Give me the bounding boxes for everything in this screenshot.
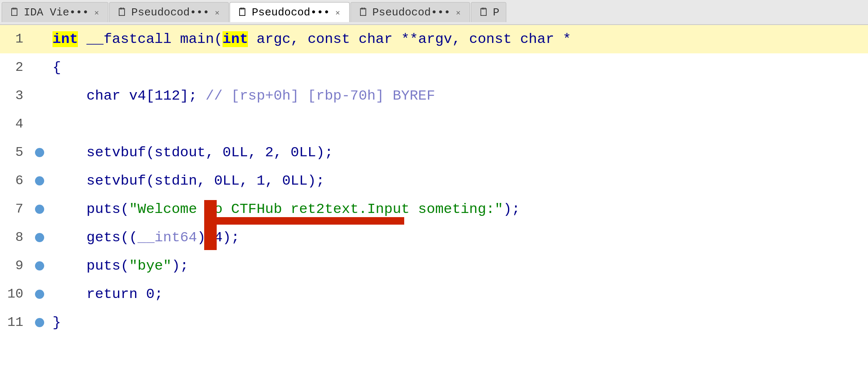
breakpoint-10[interactable] (35, 290, 44, 299)
line-number-9: 9 (0, 252, 33, 280)
code-line-8: 8 gets((__int64)v4); (0, 223, 868, 252)
code-puts-welcome-fn: puts( (53, 201, 129, 217)
line-dot-7 (33, 205, 46, 214)
line-code-11: } (46, 308, 868, 337)
line-code-2: { (46, 53, 868, 82)
line-number-4: 4 (0, 110, 33, 138)
code-line-9: 9 puts("bye"); (0, 252, 868, 280)
code-brace-close: } (53, 315, 61, 330)
code-args: argc, const char **argv, const char * (248, 31, 571, 47)
tab-icon-p: 🗒 (478, 7, 490, 18)
tab-close-pseudo3[interactable]: ✕ (454, 8, 463, 17)
tab-icon-pseudo2: 🗒 (237, 7, 248, 18)
breakpoint-11[interactable] (35, 318, 44, 327)
breakpoint-7[interactable] (35, 205, 44, 214)
keyword-int-2: int (223, 31, 248, 47)
line-dot-10 (33, 290, 46, 299)
line-code-9: puts("bye"); (46, 252, 868, 280)
code-gets-v4: )v4); (197, 230, 240, 245)
code-line-1: 1 int __fastcall main(int argc, const ch… (0, 25, 868, 53)
code-puts-welcome-str: "Welcome to CTFHub ret2text.Input someti… (129, 201, 503, 217)
line-number-10: 10 (0, 280, 33, 308)
tab-close-ida[interactable]: ✕ (92, 8, 101, 17)
keyword-int-1: int (53, 31, 78, 47)
line-number-1: 1 (0, 25, 33, 53)
line-code-6: setvbuf(stdin, 0LL, 1, 0LL); (46, 167, 868, 195)
line-number-8: 8 (0, 223, 33, 252)
line-code-5: setvbuf(stdout, 0LL, 2, 0LL); (46, 138, 868, 167)
line-number-11: 11 (0, 308, 33, 337)
code-brace-open: { (53, 60, 61, 75)
code-puts-bye-semi: ); (172, 258, 189, 274)
line-number-7: 7 (0, 195, 33, 223)
tab-icon-pseudo1: 🗒 (116, 7, 128, 18)
code-setvbuf-stdout: setvbuf(stdout, 0LL, 2, 0LL); (53, 145, 333, 160)
code-main: main( (180, 31, 223, 47)
line-code-7: puts("Welcome to CTFHub ret2text.Input s… (46, 195, 868, 223)
tab-icon-ida: 🗒 (9, 7, 20, 18)
line-code-10: return 0; (46, 280, 868, 308)
code-char: char v4[112]; (53, 88, 205, 104)
line-code-8: gets((__int64)v4); (46, 223, 868, 252)
tab-label-pseudo3: Pseudocod••• (373, 6, 450, 19)
line-number-3: 3 (0, 82, 33, 110)
breakpoint-9[interactable] (35, 261, 44, 270)
code-fastcall: __fastcall (78, 31, 180, 47)
tab-close-pseudo2[interactable]: ✕ (333, 8, 343, 17)
tab-label-p: P (493, 6, 500, 19)
tab-pseudo2[interactable]: 🗒 Pseudocod••• ✕ (230, 2, 349, 22)
line-dot-6 (33, 176, 46, 185)
line-number-2: 2 (0, 53, 33, 82)
tab-label-pseudo1: Pseudocod••• (131, 6, 209, 19)
code-line-6: 6 setvbuf(stdin, 0LL, 1, 0LL); (0, 167, 868, 195)
code-setvbuf-stdin: setvbuf(stdin, 0LL, 1, 0LL); (53, 173, 325, 189)
breakpoint-8[interactable] (35, 233, 44, 242)
code-gets-type: __int64 (138, 230, 197, 245)
code-puts-bye-str: "bye" (129, 258, 172, 274)
tab-bar: 🗒 IDA Vie••• ✕ 🗒 Pseudocod••• ✕ 🗒 Pseudo… (0, 0, 868, 25)
line-dot-5 (33, 148, 46, 157)
tab-ida-view[interactable]: 🗒 IDA Vie••• ✕ (2, 2, 108, 22)
line-dot-11 (33, 318, 46, 327)
line-dot-8 (33, 233, 46, 242)
line-number-6: 6 (0, 167, 33, 195)
code-comment-3: // [rsp+0h] [rbp-70h] BYREF (205, 88, 435, 104)
tab-label-pseudo2: Pseudocod••• (252, 6, 330, 19)
code-puts-welcome-semi: ); (503, 201, 520, 217)
code-editor: 1 int __fastcall main(int argc, const ch… (0, 25, 868, 388)
code-puts-bye-fn: puts( (53, 258, 129, 274)
code-line-11: 11 } (0, 308, 868, 337)
code-line-5: 5 setvbuf(stdout, 0LL, 2, 0LL); (0, 138, 868, 167)
code-line-4: 4 (0, 110, 868, 138)
tab-label-ida: IDA Vie••• (24, 6, 89, 19)
tab-close-pseudo1[interactable]: ✕ (213, 8, 222, 17)
code-line-3: 3 char v4[112]; // [rsp+0h] [rbp-70h] BY… (0, 82, 868, 110)
line-number-5: 5 (0, 138, 33, 167)
code-return: return 0; (53, 286, 163, 302)
line-code-3: char v4[112]; // [rsp+0h] [rbp-70h] BYRE… (46, 82, 868, 110)
breakpoint-5[interactable] (35, 148, 44, 157)
breakpoint-6[interactable] (35, 176, 44, 185)
tab-icon-pseudo3: 🗒 (358, 7, 369, 18)
tab-p[interactable]: 🗒 P (471, 2, 507, 22)
line-dot-9 (33, 261, 46, 270)
line-code-1: int __fastcall main(int argc, const char… (46, 25, 868, 53)
code-line-7: 7 puts("Welcome to CTFHub ret2text.Input… (0, 195, 868, 223)
code-line-2: 2 { (0, 53, 868, 82)
code-gets-open: gets(( (53, 230, 138, 245)
tab-pseudo1[interactable]: 🗒 Pseudocod••• ✕ (109, 2, 229, 22)
tab-pseudo3[interactable]: 🗒 Pseudocod••• ✕ (350, 2, 470, 22)
code-line-10: 10 return 0; (0, 280, 868, 308)
